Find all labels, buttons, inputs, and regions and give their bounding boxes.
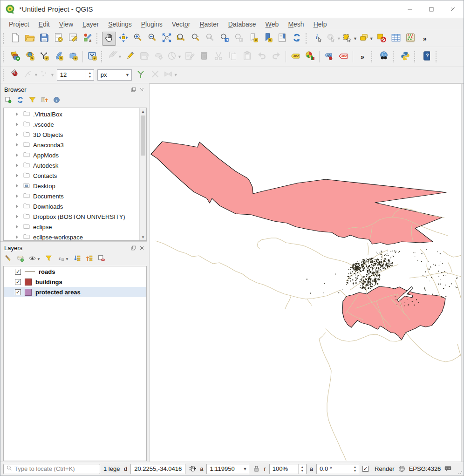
menu-project[interactable]: Project (4, 18, 34, 30)
expand-chevron-icon[interactable] (16, 225, 18, 229)
menu-plugins[interactable]: Plugins (136, 18, 167, 30)
messages-bubble-icon[interactable] (444, 465, 452, 473)
layers-float-button[interactable] (130, 245, 137, 252)
expand-chevron-icon[interactable] (16, 215, 18, 218)
crs-status[interactable]: EPSG:4326 (409, 465, 441, 472)
field-calculator-button[interactable] (403, 32, 417, 46)
layer-row-roads[interactable]: ✓roads (4, 266, 146, 277)
pan-to-selection-button[interactable] (116, 32, 130, 46)
zoom-in-button[interactable] (131, 32, 145, 46)
browser-item-12[interactable]: eclipse-workspace (4, 232, 146, 241)
browser-item-0[interactable]: .VirtualBox (4, 109, 146, 119)
enable-snapping-button[interactable] (8, 68, 22, 82)
zoom-last-button[interactable] (218, 32, 232, 46)
toolbar-grip[interactable] (371, 51, 375, 62)
rotation-spinbox[interactable]: 0.0 ° ▲▼ (316, 464, 359, 474)
lock-scale-icon[interactable] (252, 465, 260, 473)
expand-chevron-icon[interactable] (16, 174, 18, 177)
scale-combo[interactable]: 1:119950 ▼ (206, 464, 249, 474)
snap-tolerance-spinbox[interactable]: 12▲▼ (57, 69, 94, 81)
show-layout-manager-button[interactable] (66, 32, 80, 46)
pan-map-button[interactable] (102, 32, 116, 46)
expand-chevron-icon[interactable] (16, 184, 18, 188)
edit-bookmark-button[interactable] (261, 32, 275, 46)
help-button[interactable]: ? (420, 50, 434, 64)
expand-chevron-icon[interactable] (16, 204, 18, 208)
show-bookmarks-button[interactable] (275, 32, 289, 46)
open-layer-styling-button[interactable] (4, 254, 12, 264)
data-source-manager-button[interactable] (8, 50, 22, 64)
layer-diagram-button[interactable] (303, 50, 317, 64)
browser-item-5[interactable]: Autodesk (4, 160, 146, 170)
filter-browser-button[interactable] (28, 96, 36, 105)
style-manager-button[interactable]: a (81, 32, 95, 46)
browser-float-button[interactable] (130, 86, 137, 93)
menu-view[interactable]: View (55, 18, 78, 30)
browser-item-10[interactable]: Dropbox (BOSTON UNIVERSITY) (4, 211, 146, 222)
browser-item-9[interactable]: Downloads (4, 201, 146, 211)
pin-labels-button[interactable]: ab (322, 50, 336, 64)
open-project-button[interactable] (23, 32, 37, 46)
deselect-features-button[interactable] (375, 32, 389, 46)
browser-item-4[interactable]: AppMods (4, 150, 146, 160)
add-group-button[interactable] (16, 254, 24, 264)
python-console-button[interactable] (398, 50, 412, 64)
collapse-all-button[interactable] (41, 96, 48, 105)
toolbar-grip[interactable] (3, 33, 7, 44)
stepper-icon[interactable]: ▲▼ (298, 464, 306, 474)
browser-item-3[interactable]: Anaconda3 (4, 140, 146, 150)
collapse-all-layers-button[interactable] (85, 254, 93, 264)
expand-chevron-icon[interactable] (16, 235, 18, 239)
chevron-down-icon[interactable]: ▼ (241, 464, 249, 474)
add-mesh-layer-button[interactable] (66, 50, 80, 64)
toolbar-grip[interactable] (3, 51, 7, 62)
browser-close-button[interactable] (138, 86, 145, 93)
refresh-map-button[interactable] (290, 32, 304, 46)
open-attribute-table-button[interactable] (389, 32, 403, 46)
new-shapefile-layer-button[interactable] (85, 50, 99, 64)
layer-checkbox[interactable]: ✓ (15, 269, 21, 275)
scroll-down-icon[interactable]: ▼ (140, 234, 146, 240)
scroll-up-icon[interactable]: ▲ (140, 108, 146, 115)
snap-unit-combo[interactable]: px▼ (97, 69, 132, 81)
menu-database[interactable]: Database (224, 18, 261, 30)
zoom-to-layer-button[interactable] (189, 32, 203, 46)
close-button[interactable] (442, 0, 464, 18)
menu-edit[interactable]: Edit (34, 18, 55, 30)
toolbar-grip[interactable] (96, 33, 100, 44)
zoom-out-button[interactable] (145, 32, 159, 46)
select-features-button[interactable]: ▼ (342, 32, 358, 46)
menu-vector[interactable]: Vector (167, 18, 195, 30)
locator-search-input[interactable]: Type to locate (Ctrl+K) (3, 464, 100, 474)
add-vector-layer-button[interactable] (37, 50, 51, 64)
properties-widget-button[interactable]: i (53, 96, 61, 105)
browser-item-8[interactable]: Documents (4, 191, 146, 201)
browser-item-2[interactable]: 3D Objects (4, 129, 146, 140)
browser-item-6[interactable]: Contacts (4, 170, 146, 181)
layer-labeling-button[interactable]: abc (288, 50, 302, 64)
toolbar-grip[interactable] (306, 33, 309, 44)
toolbar-grip[interactable] (414, 51, 418, 62)
layer-checkbox[interactable]: ✓ (15, 279, 21, 285)
new-bookmark-button[interactable] (246, 32, 260, 46)
browser-item-11[interactable]: eclipse (4, 222, 146, 232)
identify-features-button[interactable]: i (311, 32, 325, 46)
layer-row-protected-areas[interactable]: ✓protected areas (4, 287, 146, 297)
menu-raster[interactable]: Raster (195, 18, 223, 30)
expand-all-button[interactable] (73, 254, 81, 264)
zoom-full-button[interactable] (160, 32, 174, 46)
filter-legend-button[interactable] (45, 254, 53, 264)
stepper-icon[interactable]: ▲▼ (86, 70, 94, 80)
magnifier-spinbox[interactable]: 100% ▲▼ (269, 464, 307, 474)
menu-layer[interactable]: Layer (78, 18, 103, 30)
add-spatialite-layer-button[interactable] (23, 50, 37, 64)
crs-globe-icon[interactable] (398, 465, 406, 473)
manage-visibility-button[interactable]: ▼ (28, 254, 41, 264)
new-geopackage-layer-button[interactable] (52, 50, 66, 64)
maximize-button[interactable] (421, 0, 442, 18)
expand-chevron-icon[interactable] (16, 153, 18, 157)
chevron-down-icon[interactable]: ▼ (123, 70, 131, 80)
stepper-icon[interactable]: ▲▼ (351, 464, 359, 474)
add-selected-layers-button[interactable] (4, 96, 12, 105)
map-canvas[interactable] (150, 84, 461, 462)
